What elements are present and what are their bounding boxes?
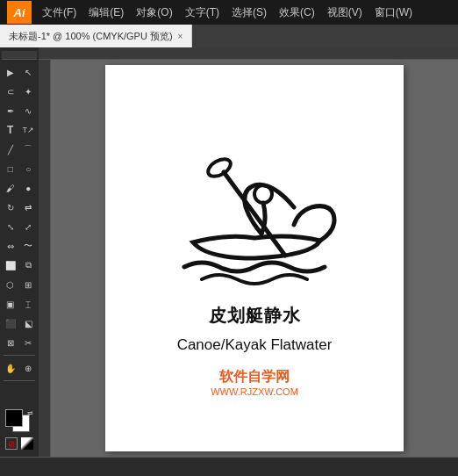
- white-canvas: 皮划艇静水 Canoe/Kayak Flatwater 软件自学网 WWW.RJ…: [105, 65, 404, 451]
- tool-row-pen2: ✒ ∿: [2, 102, 37, 119]
- tool-row-type: T T↗: [2, 121, 37, 139]
- select-tool[interactable]: ▶: [2, 63, 19, 81]
- curvature-tool[interactable]: ∿: [20, 102, 38, 119]
- artboard-tool[interactable]: ⊠: [2, 334, 19, 351]
- color-swatches: ⇄: [5, 409, 33, 434]
- menu-edit[interactable]: 编辑(E): [83, 4, 129, 22]
- menu-bar: 文件(F) 编辑(E) 对象(O) 文字(T) 选择(S) 效果(C) 视图(V…: [37, 4, 451, 22]
- direct-select-tool[interactable]: ↖: [20, 63, 38, 81]
- canvas-content: 皮划艇静水 Canoe/Kayak Flatwater 软件自学网 WWW.RJ…: [51, 60, 458, 457]
- color-area: ⇄ ⊘: [5, 409, 33, 453]
- tool-row-select: ▶ ↖: [2, 63, 37, 81]
- perspective-grid-tool[interactable]: ⬡: [2, 276, 19, 293]
- no-color-icon[interactable]: ⊘: [5, 437, 18, 450]
- document-tab[interactable]: 未标题-1* @ 100% (CMYK/GPU 预览) ×: [0, 25, 192, 47]
- touch-type-tool[interactable]: T↗: [20, 121, 38, 139]
- tool-row-scale: ⤡ ⤢: [2, 218, 37, 235]
- zoom-tool[interactable]: ⊕: [20, 359, 38, 377]
- caption-chinese: 皮划艇静水: [209, 304, 301, 328]
- rotate-tool[interactable]: ↻: [2, 198, 19, 216]
- main-area: ▶ ↖ ⊂ ✦ ✒ ∿ T T↗ ╱ ⌒ □ ○ 🖌 ● ↻ ⇄: [0, 47, 458, 457]
- tool-row-gradient: ⬡ ⊞: [2, 276, 37, 293]
- free-transform-tool[interactable]: ⬜: [2, 256, 19, 274]
- lasso-tool[interactable]: ⊂: [2, 83, 19, 100]
- tool-row-graph: ⬜ ⧉: [2, 256, 37, 274]
- caption-english: Canoe/Kayak Flatwater: [177, 336, 333, 354]
- rect-tool[interactable]: □: [2, 160, 19, 177]
- toolbar: ▶ ↖ ⊂ ✦ ✒ ∿ T T↗ ╱ ⌒ □ ○ 🖌 ● ↻ ⇄: [0, 47, 39, 457]
- width-tool[interactable]: ⇔: [2, 237, 19, 255]
- menu-select[interactable]: 选择(S): [226, 4, 272, 22]
- shear-tool[interactable]: ⤢: [20, 218, 38, 235]
- mesh-tool[interactable]: ⊞: [20, 276, 38, 293]
- app-logo: Ai: [7, 1, 32, 24]
- toolbar-ruler: [2, 51, 37, 60]
- paintbrush-tool[interactable]: 🖌: [2, 179, 19, 197]
- ruler-top: [39, 47, 458, 60]
- type-tool[interactable]: T: [2, 121, 19, 139]
- tool-row-rotate: ↻ ⇄: [2, 198, 37, 216]
- eyedropper-tool[interactable]: ⌶: [20, 295, 38, 313]
- slice-tool[interactable]: ✂: [20, 334, 38, 351]
- pen-tool[interactable]: ✒: [2, 102, 19, 119]
- blend-tool[interactable]: ⬛: [2, 314, 19, 332]
- live-paint-tool[interactable]: ⬕: [20, 314, 38, 332]
- watermark-url: WWW.RJZXW.COM: [211, 386, 298, 397]
- swap-colors-icon[interactable]: ⇄: [27, 409, 33, 417]
- tool-row-eyedrop: ▣ ⌶: [2, 295, 37, 313]
- line-segment-tool[interactable]: ╱: [2, 141, 19, 158]
- tool-row-brush: 🖌 ●: [2, 179, 37, 197]
- tab-close-button[interactable]: ×: [178, 32, 183, 41]
- menu-effect[interactable]: 效果(C): [274, 4, 320, 22]
- gradient-tool[interactable]: ▣: [2, 295, 19, 313]
- tool-row-shape: □ ○: [2, 160, 37, 177]
- tool-row-width: ⇔ 〜: [2, 237, 37, 255]
- menu-view[interactable]: 视图(V): [322, 4, 368, 22]
- tool-separator-2: [4, 380, 35, 381]
- reflect-tool[interactable]: ⇄: [20, 198, 38, 216]
- watermark: 软件自学网 WWW.RJZXW.COM: [211, 368, 298, 397]
- tool-row-line: ╱ ⌒: [2, 141, 37, 158]
- tool-row-pen: ⊂ ✦: [2, 83, 37, 100]
- magic-wand-tool[interactable]: ✦: [20, 83, 38, 100]
- title-bar: Ai 文件(F) 编辑(E) 对象(O) 文字(T) 选择(S) 效果(C) 视…: [0, 0, 458, 25]
- menu-text[interactable]: 文字(T): [180, 4, 225, 22]
- shape-builder-tool[interactable]: ⧉: [20, 256, 38, 274]
- tool-separator: [4, 355, 35, 356]
- ruler-left: [39, 60, 51, 457]
- watermark-site-name: 软件自学网: [211, 368, 298, 386]
- tool-row-hand: ✋ ⊕: [2, 359, 37, 377]
- scale-tool[interactable]: ⤡: [2, 218, 19, 235]
- kayak-illustration: [158, 119, 351, 295]
- hand-tool[interactable]: ✋: [2, 359, 19, 377]
- canvas-area: 皮划艇静水 Canoe/Kayak Flatwater 软件自学网 WWW.RJ…: [39, 47, 458, 457]
- ellipse-tool[interactable]: ○: [20, 160, 38, 177]
- menu-file[interactable]: 文件(F): [37, 4, 82, 22]
- status-bar: [0, 457, 458, 476]
- blob-brush-tool[interactable]: ●: [20, 179, 38, 197]
- foreground-color-swatch[interactable]: [5, 409, 23, 427]
- menu-window[interactable]: 窗口(W): [369, 4, 418, 22]
- tool-row-blend: ⬛ ⬕: [2, 314, 37, 332]
- gradient-swatch[interactable]: [21, 437, 33, 450]
- tab-title: 未标题-1* @ 100% (CMYK/GPU 预览): [9, 30, 173, 43]
- menu-object[interactable]: 对象(O): [131, 4, 177, 22]
- arc-tool[interactable]: ⌒: [20, 141, 38, 158]
- tab-bar: 未标题-1* @ 100% (CMYK/GPU 预览) ×: [0, 25, 458, 47]
- warp-tool[interactable]: 〜: [20, 237, 38, 255]
- tool-row-artboard: ⊠ ✂: [2, 334, 37, 351]
